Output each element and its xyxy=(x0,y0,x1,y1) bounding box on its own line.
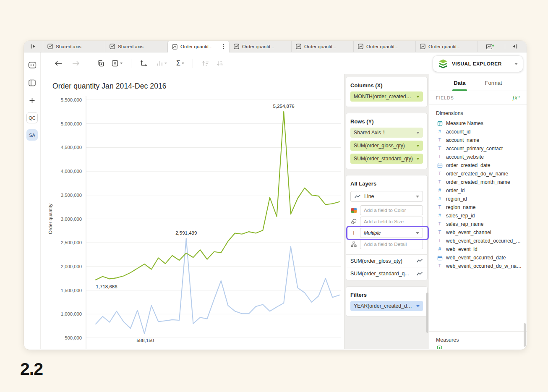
data-panel: VISUAL EXPLORER Data Format FIELDS ƒx⁺ D… xyxy=(429,52,527,349)
svg-text:588,150: 588,150 xyxy=(136,338,154,343)
svg-text:1,000,000: 1,000,000 xyxy=(61,311,82,316)
color-icon xyxy=(350,208,357,213)
badge-sa[interactable]: SA xyxy=(26,129,38,141)
detail-field-dropzone[interactable]: Add a field to Detail xyxy=(360,239,423,249)
filter-pill[interactable]: YEAR(order_created_date) xyxy=(350,301,423,311)
field-row[interactable]: web_event_occurred_date xyxy=(429,253,527,262)
field-row[interactable]: #region_id xyxy=(429,195,527,203)
visual-explorer-logo xyxy=(438,59,448,68)
sort-ascending-icon[interactable] xyxy=(199,57,212,69)
svg-text:2,000,000: 2,000,000 xyxy=(61,264,82,269)
chevron-down-icon xyxy=(514,63,518,65)
chart-tab-icon xyxy=(296,44,301,49)
chart-tab-icon xyxy=(110,44,115,49)
rows-pill-gloss[interactable]: SUM(order_gloss_qty) xyxy=(350,141,423,151)
tab-menu-icon[interactable] xyxy=(222,43,225,50)
field-row[interactable]: Taccount_website xyxy=(429,153,527,161)
chart-title: Order quantity Jan 2014-Dec 2016 xyxy=(52,82,167,91)
tab-format[interactable]: Format xyxy=(485,75,502,91)
shelf-scrollbar[interactable] xyxy=(426,293,428,333)
field-row[interactable]: Tsales_rep_name xyxy=(429,220,527,228)
text-icon: T xyxy=(437,146,443,151)
color-field-dropzone[interactable]: Add a field to Color xyxy=(360,205,423,215)
svg-text:3,500,000: 3,500,000 xyxy=(61,193,82,198)
number-icon: # xyxy=(437,188,443,193)
date-icon xyxy=(437,163,443,168)
layer-row-standard[interactable]: SUM(order_standard_q... xyxy=(346,267,427,280)
forward-icon[interactable] xyxy=(69,58,83,69)
panel-scrollbar[interactable] xyxy=(524,323,526,347)
workbook-tab[interactable]: Order quantit... xyxy=(354,41,416,52)
swap-axes-icon[interactable] xyxy=(137,57,151,70)
layer-list: SUM(order_gloss_qty) SUM(order_standard_… xyxy=(346,254,427,280)
field-row[interactable]: Taccount_primary_contact xyxy=(429,144,527,153)
field-row[interactable]: Measure Names xyxy=(429,119,527,128)
field-row[interactable]: Tregion_name xyxy=(429,203,527,212)
chevron-down-icon xyxy=(416,158,420,160)
delete-element-icon[interactable] xyxy=(109,57,125,70)
collapse-sidebar-icon[interactable] xyxy=(24,41,43,52)
svg-text:3,000,000: 3,000,000 xyxy=(61,217,82,222)
measure-icon xyxy=(437,345,442,349)
back-icon[interactable] xyxy=(52,58,65,69)
layer-row-gloss[interactable]: SUM(order_gloss_qty) xyxy=(346,255,427,267)
chart-tab-icon xyxy=(172,44,177,50)
workbook-tab[interactable]: Shared axis xyxy=(43,41,105,52)
fields-header: FIELDS xyxy=(436,95,454,100)
filters-title: Filters xyxy=(350,292,423,298)
visual-explorer-button[interactable]: VISUAL EXPLORER xyxy=(433,56,523,72)
mark-type-select[interactable]: Line xyxy=(350,191,423,202)
field-row[interactable]: Torder_created_do_w_name xyxy=(429,170,527,178)
chart-type-icon[interactable] xyxy=(154,57,170,69)
field-row[interactable]: order_created_date xyxy=(429,161,527,170)
toolbar-divider xyxy=(131,59,131,68)
svg-text:4,000,000: 4,000,000 xyxy=(61,169,82,174)
dimensions-list: Measure Names#account_idTaccount_nameTac… xyxy=(429,119,527,270)
measure-names-icon xyxy=(437,121,443,126)
text-icon: T xyxy=(437,171,443,176)
columns-shelf-title: Columns (X) xyxy=(350,82,423,89)
add-element-icon[interactable] xyxy=(26,94,38,106)
pages-icon[interactable] xyxy=(26,77,38,89)
field-row[interactable]: Tweb_event_occurred_do_w_name xyxy=(429,262,527,270)
workbook-tab[interactable]: Order quantit... xyxy=(292,41,354,52)
field-row[interactable]: #sales_rep_id xyxy=(429,212,527,220)
field-row[interactable]: #account_id xyxy=(429,128,527,136)
chevron-down-icon xyxy=(416,132,420,134)
workbook-tab[interactable]: Order quantit... xyxy=(230,41,292,52)
workbook-tab[interactable]: Order quantit... xyxy=(167,41,230,52)
field-row[interactable]: Taccount_name xyxy=(429,136,527,144)
chevron-down-icon xyxy=(416,96,420,98)
app-window: Shared axis Shared axis Order quantit...… xyxy=(24,41,527,350)
field-row[interactable]: Tweb_event_created_occurred_na... xyxy=(429,237,527,245)
text-icon: T xyxy=(437,180,443,185)
field-row[interactable]: Tweb_event_channel xyxy=(429,228,527,237)
rows-pill-standard[interactable]: SUM(order_standard_qty) xyxy=(350,154,423,164)
text-field-dropdown[interactable]: Multiple xyxy=(360,228,423,238)
field-row[interactable]: Torder_created_month_name xyxy=(429,178,527,186)
measure-field-partial xyxy=(429,345,527,349)
tab-data[interactable]: Data xyxy=(454,75,465,91)
aggregate-icon[interactable]: Σ xyxy=(174,57,187,69)
size-field-dropzone[interactable]: Add a field to Size xyxy=(360,217,423,227)
add-calculated-field-icon[interactable]: ƒx⁺ xyxy=(512,95,520,101)
size-encoding-row: Add a field to Size xyxy=(350,217,423,227)
field-row[interactable]: #web_event_id xyxy=(429,245,527,253)
canvas-element-icon[interactable] xyxy=(26,59,38,71)
sort-descending-icon[interactable] xyxy=(214,57,227,69)
shared-axis-pill[interactable]: Shared Axis 1 xyxy=(350,128,423,138)
expand-sidebar-icon[interactable] xyxy=(505,44,524,49)
workbook-tab[interactable]: Shared axis xyxy=(105,41,167,52)
number-icon: # xyxy=(437,129,443,134)
workbook-tab[interactable]: Order quantit... xyxy=(416,41,478,52)
columns-pill[interactable]: MONTH(order_created_d... xyxy=(350,91,423,102)
chevron-down-icon xyxy=(416,305,420,307)
line-chart: 500,0001,000,0001,500,0002,000,0002,500,… xyxy=(41,74,344,349)
duplicate-element-icon[interactable] xyxy=(94,57,107,70)
add-page-icon[interactable] xyxy=(480,43,501,50)
field-row[interactable]: #order_id xyxy=(429,186,527,195)
text-icon: T xyxy=(437,264,443,269)
svg-text:4,500,000: 4,500,000 xyxy=(61,145,82,150)
text-icon: T xyxy=(437,238,443,243)
badge-qc[interactable]: QC xyxy=(26,112,38,123)
